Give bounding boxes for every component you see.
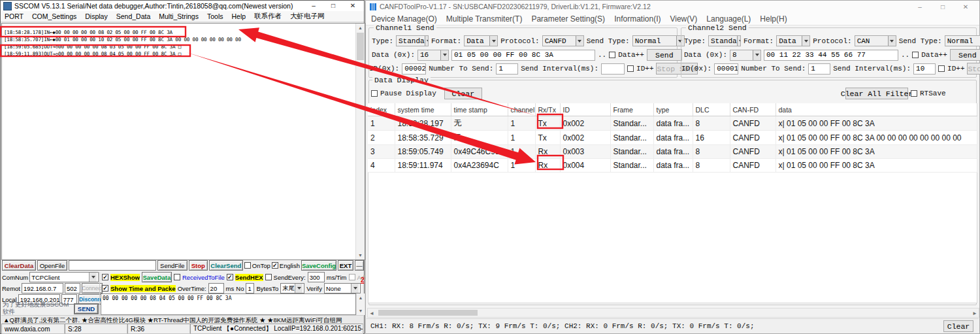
menu-information[interactable]: Information(I)	[614, 14, 661, 24]
chevron-down-icon[interactable]	[425, 36, 429, 46]
number-to-send-input[interactable]: 1	[808, 63, 830, 75]
format-select[interactable]: Data	[776, 35, 810, 46]
send-button[interactable]: Send	[647, 49, 682, 61]
remote-ip-input[interactable]: 192.168.0.7	[22, 283, 63, 293]
stop-send-button[interactable]: Stop Send	[967, 63, 980, 75]
collapse-button[interactable]: —	[355, 260, 364, 271]
send-button[interactable]: SEND	[74, 303, 99, 314]
col-system-time[interactable]: system time	[395, 103, 451, 116]
scroll-right-icon[interactable]: ►	[972, 310, 977, 316]
minimize-icon[interactable]: –	[910, 3, 930, 10]
scroll-down-icon[interactable]: ▼	[356, 251, 365, 259]
data-length-select[interactable]: 16	[417, 50, 449, 61]
data-increment-checkbox[interactable]	[609, 52, 615, 58]
more-button[interactable]: ..	[598, 51, 606, 59]
menu-parameter-setting[interactable]: Parameter Setting(S)	[531, 14, 605, 24]
protocol-select[interactable]: CAN	[855, 35, 896, 46]
chevron-down-icon[interactable]	[753, 50, 760, 60]
menu-send-data[interactable]: Send_Data	[116, 12, 151, 20]
chevron-down-icon[interactable]	[489, 36, 497, 46]
show-time-checkbox[interactable]	[102, 285, 108, 292]
data-input[interactable]: 00 11 22 33 44 55 66 77	[764, 50, 898, 61]
col-data[interactable]: data	[776, 103, 977, 116]
received-to-file-checkbox[interactable]	[174, 274, 180, 280]
id-input[interactable]: 00002	[402, 63, 426, 75]
table-row[interactable]: 118:58:28.197 无1 Tx0x002 Standar...data …	[368, 116, 977, 131]
chevron-down-icon[interactable]	[888, 36, 896, 46]
chevron-down-icon[interactable]	[440, 50, 448, 60]
hexshow-checkbox[interactable]	[102, 274, 108, 280]
close-icon[interactable]: ✕	[956, 3, 975, 10]
clear-all-filter-button[interactable]: Clear All Filter	[845, 88, 908, 99]
col-type[interactable]: type	[653, 103, 693, 116]
overtime-input[interactable]: 20	[208, 283, 224, 293]
add-crlf-checkbox[interactable]	[349, 274, 355, 280]
menu-port[interactable]: PORT	[5, 12, 24, 20]
type-select[interactable]: Standa	[708, 35, 741, 46]
col-channel[interactable]: channel	[508, 103, 535, 116]
send-hex-checkbox[interactable]	[227, 274, 233, 280]
comnum-select[interactable]: TCPClient	[29, 272, 99, 282]
chevron-down-icon[interactable]	[351, 284, 359, 293]
menu-help[interactable]: Help(H)	[760, 14, 787, 24]
maximize-icon[interactable]: □	[325, 1, 342, 10]
id-input[interactable]: 00001	[714, 63, 738, 75]
scroll-down-icon[interactable]: ▼	[357, 307, 365, 315]
maximize-icon[interactable]: □	[933, 3, 953, 10]
clear-display-button[interactable]: Clear	[444, 88, 482, 99]
bytes-to-select[interactable]: 末尾	[280, 283, 304, 293]
table-row[interactable]: 218:58:35.729 无1 Tx0x002 Standar...data …	[368, 131, 977, 145]
chevron-down-icon[interactable]	[802, 36, 809, 46]
col-dlc[interactable]: DLC	[693, 103, 730, 116]
col-frame[interactable]: Frame	[610, 103, 653, 116]
menu-multiple-transmiter[interactable]: Multiple Transmiter(T)	[446, 14, 523, 24]
menu-help[interactable]: Help	[231, 12, 246, 20]
pause-display-checkbox[interactable]	[371, 90, 378, 97]
stop-button[interactable]: Stop	[189, 260, 208, 271]
send-button[interactable]: Send	[950, 49, 980, 61]
send-type-select[interactable]: Normal	[632, 35, 685, 46]
protocol-select[interactable]: CANFD	[542, 35, 584, 46]
menu-device-manage[interactable]: Device Manage(O)	[371, 14, 437, 24]
chevron-down-icon[interactable]	[89, 273, 97, 282]
menu-view[interactable]: View(V)	[670, 14, 697, 24]
table-hscrollbar[interactable]: ◄ ►	[367, 308, 979, 318]
clear-send-button[interactable]: ClearSend	[209, 260, 243, 271]
send-file-button[interactable]: SendFile	[157, 260, 188, 271]
send-every-input[interactable]: 300	[308, 272, 325, 282]
scroll-left-icon[interactable]: ◄	[369, 310, 374, 316]
table-row[interactable]: 318:59:05.749 0x49C46C981 Rx0x003 Standa…	[368, 145, 977, 159]
ext-button[interactable]: EXT	[338, 260, 353, 271]
menu-display[interactable]: Display	[85, 12, 107, 20]
english-checkbox[interactable]	[272, 262, 278, 269]
verify-select[interactable]: None	[324, 283, 361, 293]
byte-no-input[interactable]: 1	[246, 283, 254, 293]
file-path-input[interactable]	[69, 260, 156, 271]
menu-daxia[interactable]: 大虾电子网	[290, 12, 325, 21]
chevron-down-icon[interactable]	[576, 36, 583, 46]
col-index[interactable]: index	[368, 103, 395, 116]
data-input[interactable]: 01 05 00 00 FF 00 8C 3A	[451, 50, 595, 61]
col-id[interactable]: ID	[560, 103, 610, 116]
col-time-stamp[interactable]: time stamp	[451, 103, 508, 116]
chevron-down-icon[interactable]	[737, 36, 741, 46]
send-interval-input[interactable]	[601, 63, 625, 75]
save-config-button[interactable]: SaveConfig	[301, 260, 336, 271]
log-scrollbar[interactable]: ▲ ▼	[355, 24, 365, 259]
menu-language[interactable]: Language(L)	[706, 14, 751, 24]
save-data-button[interactable]: SaveData	[142, 272, 172, 282]
open-file-button[interactable]: OpenFile	[37, 260, 67, 271]
menu-com-settings[interactable]: COM_Settings	[32, 12, 76, 20]
scroll-thumb[interactable]	[357, 33, 364, 60]
scroll-thumb[interactable]	[378, 310, 478, 316]
more-button[interactable]: ..	[901, 51, 909, 59]
clear-data-button[interactable]: ClearData	[2, 260, 36, 271]
data-increment-checkbox[interactable]	[912, 52, 919, 58]
col-rxtx[interactable]: Rx/Tx	[535, 103, 560, 116]
send-interval-input[interactable]: 10	[913, 63, 936, 75]
send-scrollbar[interactable]: ▲ ▼	[356, 293, 365, 315]
scroll-up-icon[interactable]: ▲	[356, 24, 365, 32]
clear-status-button[interactable]: Clear	[943, 320, 973, 332]
ontop-checkbox[interactable]	[244, 262, 251, 269]
minimize-icon[interactable]: –	[305, 1, 322, 10]
